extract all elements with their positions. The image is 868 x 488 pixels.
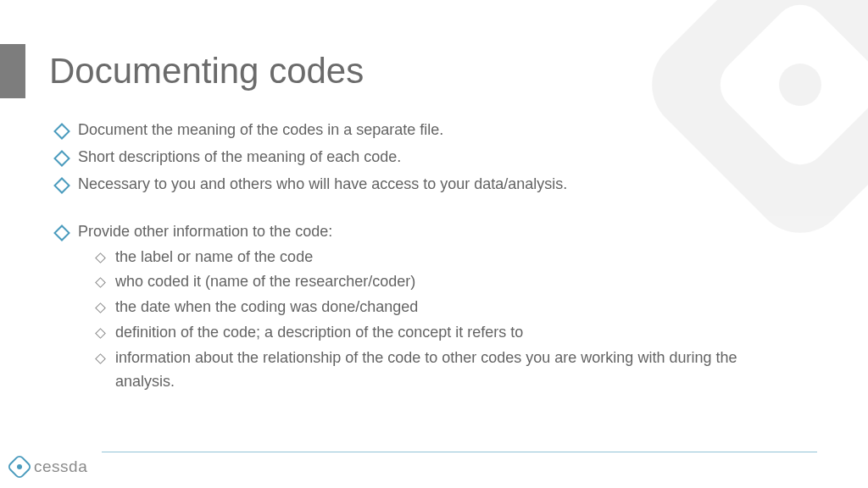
title-block: Documenting codes: [0, 44, 364, 98]
accent-bar: [0, 44, 25, 98]
list-item: information about the relationship of th…: [97, 347, 800, 394]
list-item: the date when the coding was done/change…: [97, 296, 800, 319]
list-item: Short descriptions of the meaning of eac…: [56, 146, 800, 169]
list-item-text: information about the relationship of th…: [115, 349, 737, 390]
list-item-text: Necessary to you and others who will hav…: [78, 175, 567, 192]
cessda-logo-icon: [10, 458, 29, 476]
content-area: Document the meaning of the codes in a s…: [56, 119, 800, 397]
list-item: definition of the code; a description of…: [97, 321, 800, 345]
list-item-text: Document the meaning of the codes in a s…: [78, 121, 443, 138]
page-title: Documenting codes: [49, 51, 364, 92]
list-item-text: Provide other information to the code:: [78, 223, 332, 240]
sub-bullet-list: the label or name of the code who coded …: [78, 246, 800, 394]
brand-name: cessda: [34, 458, 87, 476]
list-item: Document the meaning of the codes in a s…: [56, 119, 800, 142]
list-item: who coded it (name of the researcher/cod…: [97, 270, 800, 294]
list-item: Provide other information to the code: t…: [56, 220, 800, 394]
list-item: the label or name of the code: [97, 246, 800, 269]
bullet-list: Document the meaning of the codes in a s…: [56, 119, 800, 394]
list-item-text: definition of the code; a description of…: [115, 324, 523, 341]
list-item-text: who coded it (name of the researcher/cod…: [115, 273, 415, 290]
list-item: Necessary to you and others who will hav…: [56, 173, 800, 197]
footer-divider: [102, 452, 817, 452]
list-item-text: Short descriptions of the meaning of eac…: [78, 148, 401, 165]
list-item-text: the label or name of the code: [115, 248, 313, 265]
slide: Documenting codes Document the meaning o…: [0, 0, 868, 488]
list-item-text: the date when the coding was done/change…: [115, 298, 418, 315]
footer-logo: cessda: [10, 458, 87, 476]
